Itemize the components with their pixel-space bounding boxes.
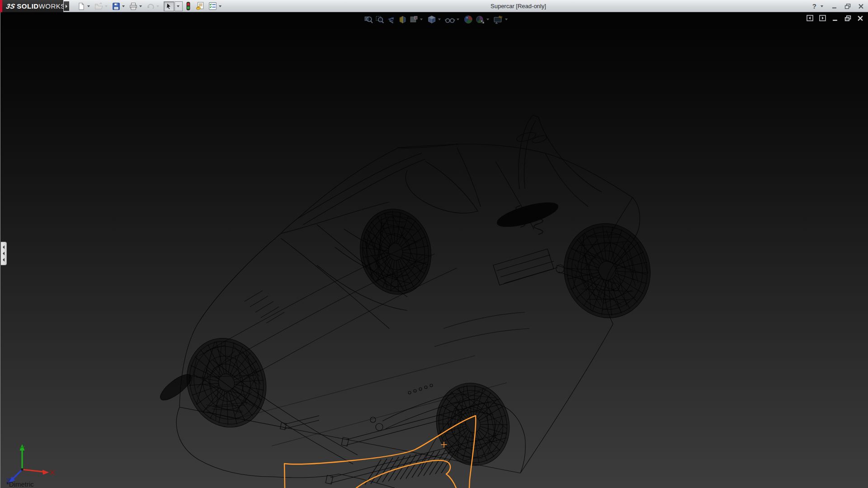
save-button[interactable]	[112, 1, 128, 12]
undo-dropdown-arrow[interactable]	[156, 5, 159, 7]
rear-left-wheel	[354, 203, 438, 300]
view-settings-icon	[493, 15, 504, 24]
annotation-views-dropdown-arrow[interactable]	[420, 19, 423, 20]
hide-show-items-button[interactable]	[444, 14, 462, 25]
eyeglasses-icon	[445, 15, 455, 24]
doc-restore-button[interactable]	[844, 14, 852, 22]
zoom-to-area-icon	[375, 15, 385, 24]
app-restore-button[interactable]	[843, 2, 852, 10]
apply-scene-button[interactable]	[474, 14, 492, 25]
select-dropdown-arrow	[177, 5, 179, 7]
file-properties-icon	[196, 2, 205, 10]
doc-close-icon	[857, 15, 863, 21]
logo-red-stripe	[0, 0, 2, 12]
edit-appearance-button[interactable]	[462, 14, 474, 25]
save-icon	[112, 2, 120, 10]
new-dropdown-arrow[interactable]	[87, 5, 90, 7]
solidworks-logo: 3SSOLIDWORKS	[0, 0, 63, 12]
print-button[interactable]	[129, 1, 145, 12]
view-settings-button[interactable]	[492, 14, 511, 25]
featuremanager-collapsed-tab[interactable]	[1, 242, 7, 265]
new-document-button[interactable]	[77, 1, 93, 12]
panel-right-icon	[819, 15, 826, 21]
section-view-button[interactable]	[397, 14, 408, 25]
restore-icon	[844, 4, 851, 9]
panel-left-toggle-button[interactable]	[806, 14, 814, 22]
open-button[interactable]	[94, 1, 111, 12]
doc-close-button[interactable]	[856, 14, 864, 22]
undo-button[interactable]	[146, 1, 162, 12]
print-dropdown-arrow[interactable]	[139, 5, 142, 7]
help-dropdown-arrow[interactable]	[821, 5, 823, 7]
document-title: Supercar [Read-only]	[491, 3, 546, 9]
select-tool-button[interactable]	[163, 1, 183, 12]
app-minimize-button[interactable]	[830, 2, 839, 10]
panel-right-toggle-button[interactable]	[818, 14, 826, 22]
collapse-arrow-icon	[3, 252, 5, 255]
annotation-views-button[interactable]	[408, 14, 426, 25]
select-dropdown-frame[interactable]	[175, 1, 183, 11]
zoom-to-fit-button[interactable]	[363, 14, 374, 25]
brand-bold: SOLID	[17, 2, 38, 10]
view-orientation-label: *Dimetric	[6, 480, 34, 488]
doc-minimize-icon	[832, 15, 838, 21]
save-dropdown-arrow[interactable]	[122, 5, 125, 7]
title-bar: 3SSOLIDWORKS	[0, 0, 868, 12]
section-view-icon	[398, 15, 407, 24]
standard-toolbar	[77, 0, 226, 12]
hide-show-items-dropdown-arrow[interactable]	[457, 19, 459, 20]
file-properties-button[interactable]	[195, 1, 205, 12]
options-icon	[208, 2, 217, 10]
graphics-area[interactable]: *Dimetric	[0, 12, 868, 488]
select-cursor-icon	[165, 2, 173, 10]
brand-text: 3SSOLIDWORKS	[6, 2, 66, 10]
triad-z-axis	[13, 469, 22, 479]
close-icon	[858, 4, 864, 9]
help-button[interactable]: ?	[812, 2, 816, 10]
doc-minimize-button[interactable]	[831, 14, 839, 22]
reference-triad	[5, 428, 59, 484]
rebuild-traffic-light-icon	[185, 2, 191, 10]
apply-scene-dropdown-arrow[interactable]	[486, 19, 489, 20]
collapse-arrow-icon	[3, 258, 5, 262]
select-pressed-frame	[164, 1, 174, 11]
front-right-wheel	[427, 375, 519, 474]
annotation-views-icon	[409, 15, 419, 24]
front-left-wheel	[175, 327, 278, 439]
open-dropdown-arrow[interactable]	[105, 5, 108, 7]
view-settings-dropdown-arrow[interactable]	[505, 19, 508, 20]
titlebar-right-controls: ?	[812, 0, 865, 12]
rebuild-button[interactable]	[185, 1, 192, 12]
new-document-icon	[77, 2, 85, 10]
previous-view-button[interactable]	[386, 14, 397, 25]
zoom-to-fit-icon	[364, 15, 373, 24]
view-orientation-cube-icon	[427, 15, 437, 24]
apply-scene-icon	[475, 14, 485, 24]
options-dropdown-arrow[interactable]	[219, 5, 222, 7]
view-orientation-dropdown-arrow[interactable]	[438, 19, 441, 20]
print-icon	[129, 2, 137, 10]
open-icon	[94, 2, 103, 10]
undo-icon	[146, 2, 155, 10]
document-window-controls	[806, 14, 864, 22]
edit-appearance-sphere-icon	[463, 14, 473, 24]
solidworks-window: 3SSOLIDWORKS	[0, 0, 868, 488]
menu-flyout-arrow[interactable]	[64, 1, 69, 11]
panel-left-icon	[807, 15, 813, 21]
ds-3s-glyph: 3S	[5, 2, 16, 10]
flyout-arrow-icon	[66, 5, 67, 8]
app-close-button[interactable]	[856, 2, 865, 10]
triad-x-axis	[22, 469, 43, 472]
zoom-to-area-button[interactable]	[374, 14, 386, 25]
options-button[interactable]	[208, 1, 225, 12]
doc-restore-icon	[844, 15, 851, 21]
previous-view-icon	[387, 15, 396, 24]
heads-up-view-toolbar	[363, 14, 511, 25]
minimize-icon	[832, 4, 837, 9]
brand-light: WORKS	[39, 2, 66, 10]
view-orientation-button[interactable]	[426, 14, 444, 25]
rear-right-wheel	[555, 216, 659, 326]
model-wireframe-supercar[interactable]	[0, 12, 868, 488]
collapse-arrow-icon	[3, 245, 5, 249]
